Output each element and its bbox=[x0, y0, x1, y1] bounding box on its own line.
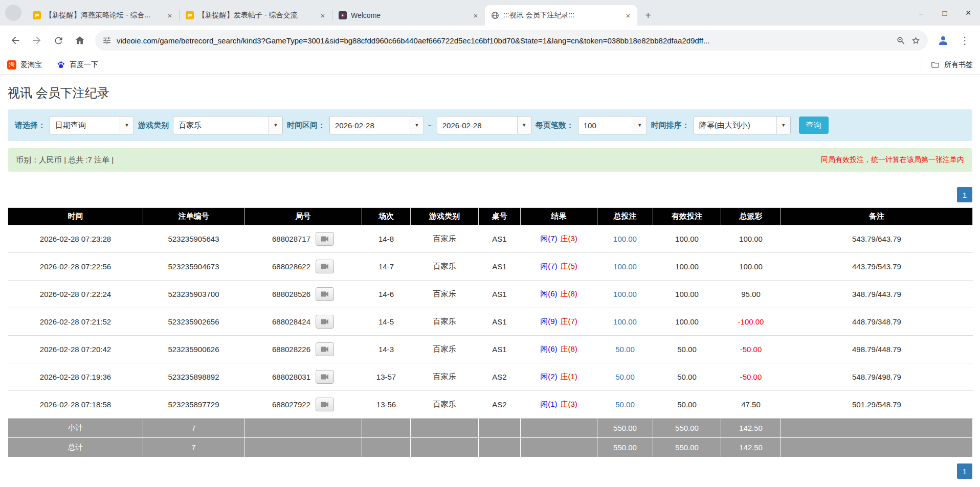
cell-bet-id: 523235897729 bbox=[143, 391, 244, 419]
payout-value: 47.50 bbox=[741, 400, 761, 409]
bookmarks-bar: 淘 爱淘宝 百度一下 所有书签 bbox=[0, 55, 980, 75]
round-number: 688028226 bbox=[272, 345, 310, 354]
tab-close-icon[interactable]: × bbox=[623, 10, 633, 20]
cell-table: AS1 bbox=[479, 253, 521, 281]
site-info-icon[interactable] bbox=[102, 36, 112, 45]
table-row: 2026-02-28 07:20:42 523235900626 6880282… bbox=[8, 336, 973, 363]
footer-cell bbox=[479, 419, 521, 438]
result-banker: 庄(8) bbox=[561, 289, 577, 298]
header-game: 游戏类别 bbox=[411, 208, 479, 225]
page-1-button[interactable]: 1 bbox=[957, 187, 972, 202]
video-replay-button[interactable] bbox=[316, 260, 334, 273]
total-bet-link[interactable]: 50.00 bbox=[615, 373, 635, 381]
forward-button[interactable] bbox=[27, 30, 47, 51]
result-player: 闲(7) bbox=[540, 262, 557, 270]
dropdown-arrow-icon[interactable]: ▼ bbox=[776, 117, 790, 134]
refresh-button[interactable] bbox=[48, 30, 69, 51]
date-from-value: 2026-02-28 bbox=[330, 117, 410, 134]
total-bet-link[interactable]: 100.00 bbox=[613, 290, 637, 298]
table-row: 2026-02-28 07:23:28 523235905643 6880287… bbox=[8, 225, 973, 253]
forum-favicon-icon bbox=[33, 11, 41, 19]
all-bookmarks-button[interactable]: 所有书签 bbox=[922, 59, 973, 71]
result-player: 闲(6) bbox=[540, 289, 557, 298]
dropdown-arrow-icon[interactable]: ▼ bbox=[120, 117, 133, 134]
date-from-select[interactable]: 2026-02-28 ▼ bbox=[329, 116, 424, 134]
game-category-select[interactable]: 百家乐 ▼ bbox=[173, 116, 283, 134]
minimize-button[interactable]: – bbox=[909, 0, 933, 26]
query-type-value: 日期查询 bbox=[50, 117, 120, 134]
query-type-select[interactable]: 日期查询 ▼ bbox=[50, 116, 134, 134]
browser-menu-icon[interactable]: ⋮ bbox=[954, 30, 975, 51]
tab-welcome[interactable]: Welcome × bbox=[332, 5, 485, 26]
total-bet-link[interactable]: 100.00 bbox=[613, 317, 637, 326]
total-bet-link[interactable]: 50.00 bbox=[615, 345, 635, 354]
grand-total-row: 总计 7 550.00 550.00 142.50 bbox=[8, 438, 973, 457]
table-row: 2026-02-28 07:18:58 523235897729 6880279… bbox=[8, 391, 973, 419]
bookmark-star-icon[interactable] bbox=[911, 36, 921, 45]
profile-avatar-icon[interactable] bbox=[933, 30, 953, 51]
cell-payout: -50.00 bbox=[721, 336, 781, 363]
cell-session: 14-6 bbox=[362, 281, 411, 308]
result-player: 闲(1) bbox=[540, 400, 557, 408]
page-1-button[interactable]: 1 bbox=[957, 463, 972, 479]
game-category-value: 百家乐 bbox=[173, 117, 269, 134]
forum-favicon-icon bbox=[186, 11, 194, 19]
tab-forum-2[interactable]: 【新提醒】发表帖子 - 综合交流 × bbox=[180, 5, 332, 26]
browser-toolbar: videoie.com/game/betrecord_search/kind3?… bbox=[0, 26, 980, 55]
cell-table: AS1 bbox=[479, 336, 521, 363]
cell-table: AS2 bbox=[479, 363, 521, 391]
game-category-label: 游戏类别 bbox=[138, 121, 169, 130]
header-round: 局号 bbox=[244, 208, 362, 225]
video-replay-button[interactable] bbox=[316, 342, 334, 356]
header-payout: 总派彩 bbox=[721, 208, 781, 225]
back-button[interactable] bbox=[5, 30, 26, 51]
cell-note: 543.79/643.79 bbox=[781, 225, 973, 253]
cell-total-bet: 50.00 bbox=[597, 363, 653, 391]
table-row: 2026-02-28 07:19:36 523235898892 6880280… bbox=[8, 363, 973, 391]
video-replay-button[interactable] bbox=[316, 398, 334, 411]
home-button[interactable] bbox=[70, 30, 90, 51]
time-sort-select[interactable]: 降幂(由大到小) ▼ bbox=[694, 116, 791, 134]
tab-bet-records-active[interactable]: :::视讯 会员下注纪录::: × bbox=[485, 5, 637, 26]
result-player: 闲(6) bbox=[540, 344, 557, 353]
per-page-select[interactable]: 100 ▼ bbox=[578, 116, 647, 134]
video-replay-button[interactable] bbox=[316, 370, 334, 384]
dropdown-arrow-icon[interactable]: ▼ bbox=[410, 117, 424, 134]
tab-forum-1[interactable]: 【新提醒】海燕策略论坛 - 综合... × bbox=[27, 5, 179, 26]
dropdown-arrow-icon[interactable]: ▼ bbox=[517, 117, 531, 134]
payout-value: -50.00 bbox=[740, 345, 762, 354]
bookmark-baidu[interactable]: 百度一下 bbox=[56, 60, 98, 69]
cell-valid-bet: 100.00 bbox=[653, 308, 721, 336]
bookmark-aitaobao[interactable]: 淘 爱淘宝 bbox=[7, 60, 42, 69]
footer-cell bbox=[781, 438, 973, 457]
result-banker: 庄(1) bbox=[561, 372, 577, 381]
new-tab-button[interactable]: + bbox=[640, 8, 656, 23]
video-replay-button[interactable] bbox=[316, 315, 334, 329]
total-bet-link[interactable]: 100.00 bbox=[613, 262, 637, 271]
close-button[interactable]: × bbox=[956, 0, 980, 26]
url-text[interactable]: videoie.com/game/betrecord_search/kind3?… bbox=[117, 36, 891, 45]
cell-payout: -100.00 bbox=[721, 308, 781, 336]
video-replay-button[interactable] bbox=[316, 232, 334, 246]
maximize-button[interactable]: □ bbox=[933, 0, 956, 26]
cell-session: 13-57 bbox=[362, 363, 411, 391]
cell-valid-bet: 50.00 bbox=[653, 336, 721, 363]
cell-note: 348.79/443.79 bbox=[781, 281, 973, 308]
total-bet-link[interactable]: 50.00 bbox=[615, 400, 635, 409]
tab-close-icon[interactable]: × bbox=[165, 10, 175, 20]
zoom-icon[interactable] bbox=[896, 36, 906, 45]
table-header-row: 时间 注单编号 局号 场次 游戏类别 桌号 结果 总投注 有效投注 总派彩 备注 bbox=[8, 208, 973, 225]
payout-value: 95.00 bbox=[741, 290, 761, 298]
tab-close-icon[interactable]: × bbox=[318, 10, 328, 20]
videocam-icon bbox=[321, 374, 329, 380]
cell-note: 498.79/448.79 bbox=[781, 336, 973, 363]
url-bar[interactable]: videoie.com/game/betrecord_search/kind3?… bbox=[95, 30, 928, 51]
dropdown-arrow-icon[interactable]: ▼ bbox=[269, 117, 282, 134]
search-button[interactable]: 查询 bbox=[799, 117, 829, 134]
date-to-select[interactable]: 2026-02-28 ▼ bbox=[437, 116, 531, 134]
tab-close-icon[interactable]: × bbox=[471, 10, 481, 20]
dropdown-arrow-icon[interactable]: ▼ bbox=[633, 117, 647, 134]
video-replay-button[interactable] bbox=[316, 287, 334, 301]
total-bet-link[interactable]: 100.00 bbox=[613, 235, 637, 243]
browser-avatar-icon[interactable] bbox=[5, 5, 21, 21]
